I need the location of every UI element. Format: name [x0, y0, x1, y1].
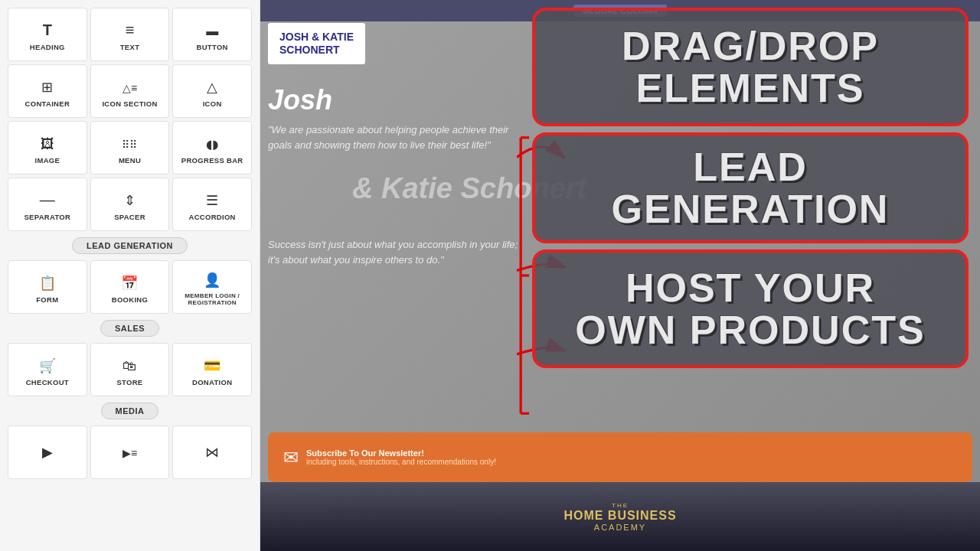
preview-header: JOSH & KATIE SCHONERT — [268, 23, 365, 64]
newsletter-email-icon: ✉ — [283, 447, 299, 468]
sidebar-label-button: BUTTON — [197, 43, 228, 51]
sidebar-label-container: CONTAINER — [25, 99, 70, 108]
sidebar-item-member-login[interactable]: MEMBER LOGIN / REGISTRATION — [172, 260, 252, 314]
accordion-icon — [206, 190, 218, 210]
media-divider: MEDIA — [8, 403, 252, 419]
sidebar-label-text: TEXT — [120, 43, 139, 51]
logo-main: HOME BUSINESS — [564, 509, 676, 523]
elements-grid: HEADING TEXT BUTTON CONTAINER ICON SECTI… — [4, 8, 256, 231]
checkout-icon — [39, 355, 56, 375]
newsletter-text-area: Subscribe To Our Newsletter! including t… — [306, 448, 496, 466]
media-grid — [4, 425, 256, 479]
sidebar-label-icon-section: ICON SECTION — [102, 99, 157, 108]
preview-quote: "We are passionate about helping people … — [268, 122, 513, 152]
icon-icon — [207, 77, 217, 96]
sidebar-label-form: FORM — [36, 295, 58, 304]
sidebar-label-store: STORE — [116, 378, 142, 386]
sidebar-item-video[interactable] — [8, 425, 87, 479]
sidebar-item-container[interactable]: CONTAINER — [8, 64, 87, 118]
video-icon — [42, 442, 53, 461]
overlay-cards: DRAG/DROPELEMENTS LEADGENERATION HOST YO… — [521, 4, 980, 372]
sidebar-label-spacer: SPACER — [114, 213, 145, 221]
preview-name: Josh — [268, 84, 513, 116]
sidebar-item-store[interactable]: STORE — [90, 343, 170, 396]
sidebar-label-donation: DONATION — [192, 378, 232, 386]
lead-generation-divider: LEAD GENERATION — [8, 237, 252, 254]
sidebar-item-button[interactable]: BUTTON — [172, 8, 252, 61]
form-icon — [39, 272, 56, 292]
spacer-icon — [124, 190, 136, 210]
sidebar-label-member-login: MEMBER LOGIN / REGISTRATION — [176, 292, 248, 306]
media-badge: MEDIA — [101, 403, 159, 419]
preview-quote2: Success isn't just about what you accomp… — [268, 237, 528, 267]
sales-grid: CHECKOUT STORE DONATION — [4, 343, 256, 396]
sidebar-item-spacer[interactable]: SPACER — [90, 178, 170, 231]
member-login-icon — [204, 269, 220, 289]
sidebar-label-booking: BOOKING — [112, 295, 149, 304]
sidebar-item-separator[interactable]: SEPARATOR — [8, 178, 87, 231]
preview-logo: THE HOME BUSINESS ACADEMY — [564, 502, 676, 532]
sidebar-label-separator: SEPARATOR — [24, 213, 70, 221]
lead-generation-badge: LEAD GENERATION — [72, 237, 188, 254]
donation-icon — [204, 355, 220, 375]
sidebar-item-checkout[interactable]: CHECKOUT — [8, 343, 87, 396]
sidebar-item-text[interactable]: TEXT — [90, 8, 170, 61]
overlay-card-host-products: HOST YOUROWN PRODUCTS — [532, 249, 969, 368]
sidebar-label-accordion: ACCORDION — [189, 213, 236, 221]
media-text-icon — [122, 442, 137, 461]
text-icon — [126, 20, 135, 40]
sidebar-item-icon-section[interactable]: ICON SECTION — [90, 64, 170, 118]
sidebar-item-donation[interactable]: DONATION — [172, 343, 252, 396]
overlay-card-host-products-text: HOST YOUROWN PRODUCTS — [575, 267, 925, 350]
sidebar-item-form[interactable]: FORM — [8, 260, 87, 314]
menu-icon — [122, 133, 137, 153]
sales-divider: SALES — [8, 320, 252, 337]
sidebar-label-checkout: CHECKOUT — [26, 378, 69, 386]
progress-bar-icon — [206, 133, 218, 153]
sidebar-item-share[interactable] — [172, 425, 252, 479]
preview-body: Josh "We are passionate about helping pe… — [268, 84, 513, 152]
container-icon — [41, 77, 53, 96]
heading-icon — [43, 20, 52, 40]
overlay-card-lead-gen: LEADGENERATION — [532, 132, 969, 243]
sales-badge: SALES — [100, 320, 159, 337]
sidebar-item-icon[interactable]: ICON — [172, 64, 252, 118]
newsletter-bar[interactable]: ✉ Subscribe To Our Newsletter! including… — [268, 432, 972, 482]
sidebar-label-image: IMAGE — [35, 156, 60, 165]
newsletter-sub: Subscribe To Our Newsletter! — [306, 448, 496, 458]
sidebar-item-progress-bar[interactable]: PROGRESS BAR — [172, 121, 252, 174]
preview-logo-area: THE HOME BUSINESS ACADEMY — [260, 482, 980, 551]
sidebar-label-heading: HEADING — [30, 43, 65, 51]
overlay-card-drag-drop-text: DRAG/DROPELEMENTS — [622, 25, 879, 109]
logo-top: THE — [564, 502, 676, 509]
newsletter-detail: including tools, instructions, and recom… — [306, 458, 496, 466]
sidebar-label-menu: MENU — [119, 156, 141, 165]
store-icon — [122, 355, 136, 375]
overlay-card-lead-gen-text: LEADGENERATION — [612, 146, 890, 230]
separator-icon — [40, 190, 55, 210]
overlay-card-drag-drop: DRAG/DROPELEMENTS — [532, 8, 969, 126]
logo-sub: ACADEMY — [564, 523, 676, 532]
sidebar-label-progress-bar: PROGRESS BAR — [181, 156, 243, 165]
sidebar-item-booking[interactable]: BOOKING — [90, 260, 170, 314]
sidebar-item-menu[interactable]: MENU — [90, 121, 170, 174]
button-icon — [206, 20, 218, 40]
sidebar-item-heading[interactable]: HEADING — [8, 8, 87, 61]
icon-section-icon — [122, 77, 137, 96]
sidebar-label-icon: ICON — [203, 99, 222, 108]
share-icon — [205, 442, 219, 461]
main-content: GLOBAL COLUMN JOSH & KATIE SCHONERT Josh… — [260, 0, 980, 551]
lead-gen-grid: FORM BOOKING MEMBER LOGIN / REGISTRATION — [4, 260, 256, 314]
booking-icon — [121, 272, 138, 292]
image-icon — [41, 133, 54, 153]
preview-header-text: JOSH & KATIE SCHONERT — [279, 31, 354, 57]
sidebar-item-media-text[interactable] — [90, 425, 170, 479]
sidebar: HEADING TEXT BUTTON CONTAINER ICON SECTI… — [0, 0, 260, 551]
sidebar-item-image[interactable]: IMAGE — [8, 121, 87, 174]
sidebar-item-accordion[interactable]: ACCORDION — [172, 178, 252, 231]
